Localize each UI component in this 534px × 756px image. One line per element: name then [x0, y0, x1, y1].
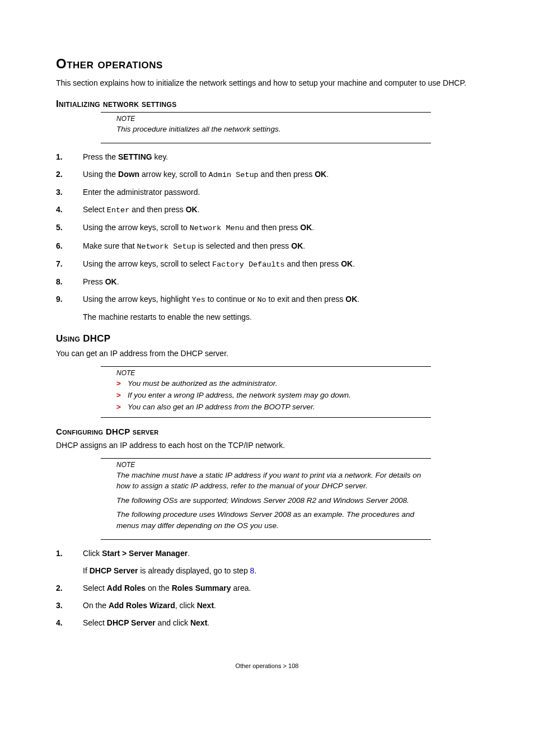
step-text: Click Start > Server Manager.	[83, 548, 478, 559]
step-number: 4.	[56, 617, 83, 629]
section-intro: You can get an IP address from the DHCP …	[56, 348, 478, 359]
step-number: 9.	[56, 293, 83, 305]
step-text: On the Add Roles Wizard, click Next.	[83, 600, 478, 612]
step-number: 8.	[56, 276, 83, 288]
step-text: Using the arrow keys, scroll to select F…	[83, 258, 478, 270]
heading-initializing: Initializing network settings	[56, 99, 478, 110]
step-item: 3. Enter the administrator password.	[56, 186, 478, 198]
step-number: 1.	[56, 151, 83, 163]
note-text: The following OSs are supported; Windows…	[116, 495, 431, 506]
note-text: The machine must have a static IP addres…	[116, 470, 431, 492]
step-item: 4. Select Enter and then press OK.	[56, 204, 478, 216]
step-number: 4.	[56, 204, 83, 216]
step-number: 7.	[56, 258, 83, 270]
step-number: 2.	[56, 169, 83, 180]
step-text: Press OK.	[83, 276, 478, 288]
step-substep: The machine restarts to enable the new s…	[83, 311, 478, 323]
step-text: Using the Down arrow key, scroll to Admi…	[83, 169, 478, 181]
step-text: Select Enter and then press OK.	[83, 204, 478, 216]
page-title: Other operations	[56, 56, 478, 72]
step-item: 8. Press OK.	[56, 276, 478, 288]
step-item: 9. Using the arrow keys, highlight Yes t…	[56, 293, 478, 306]
note-bullets: You must be authorized as the administra…	[116, 378, 431, 413]
step-item: 4. Select DHCP Server and click Next.	[56, 617, 478, 629]
step-number: 6.	[56, 240, 83, 252]
step-text: Select DHCP Server and click Next.	[83, 617, 478, 629]
step-text: Enter the administrator password.	[83, 186, 478, 198]
note-label: NOTE	[116, 461, 431, 469]
note-box: NOTE You must be authorized as the admin…	[101, 366, 431, 418]
note-label: NOTE	[116, 115, 431, 123]
step-number: 3.	[56, 600, 83, 612]
note-text: The following procedure uses Windows Ser…	[116, 509, 431, 531]
step-number: 3.	[56, 186, 83, 198]
note-text: This procedure initializes all the netwo…	[116, 124, 431, 135]
heading-configuring-dhcp: Configuring DHCP server	[56, 427, 478, 436]
step-text: Using the arrow keys, scroll to Network …	[83, 222, 478, 234]
step-text: Make sure that Network Setup is selected…	[83, 240, 478, 253]
step-substep: If DHCP Server is already displayed, go …	[83, 565, 478, 577]
intro-paragraph: This section explains how to initialize …	[56, 77, 478, 88]
step-item: 2. Select Add Roles on the Roles Summary…	[56, 582, 478, 594]
steps-list-dhcp: 1. Click Start > Server Manager.	[56, 548, 478, 559]
step-item: 6. Make sure that Network Setup is selec…	[56, 240, 478, 253]
page-footer: Other operations > 108	[56, 662, 478, 669]
note-box: NOTE This procedure initializes all the …	[101, 112, 431, 143]
step-number: 2.	[56, 582, 83, 594]
heading-using-dhcp: Using DHCP	[56, 333, 478, 344]
step-item: 7. Using the arrow keys, scroll to selec…	[56, 258, 478, 270]
step-item: 2. Using the Down arrow key, scroll to A…	[56, 169, 478, 181]
step-item: 5. Using the arrow keys, scroll to Netwo…	[56, 222, 478, 234]
step-item: 3. On the Add Roles Wizard, click Next.	[56, 600, 478, 612]
note-bullet: You can also get an IP address from the …	[116, 402, 431, 413]
note-box: NOTE The machine must have a static IP a…	[101, 458, 431, 540]
section-intro: DHCP assigns an IP address to each host …	[56, 440, 478, 451]
step-text: Press the SETTING key.	[83, 151, 478, 163]
step-item: 1. Click Start > Server Manager.	[56, 548, 478, 559]
step-text: Using the arrow keys, highlight Yes to c…	[83, 293, 478, 306]
steps-list-dhcp-cont: 2. Select Add Roles on the Roles Summary…	[56, 582, 478, 629]
steps-list-initializing: 1. Press the SETTING key. 2. Using the D…	[56, 151, 478, 306]
step-number: 5.	[56, 222, 83, 234]
step-number: 1.	[56, 548, 83, 559]
step-item: 1. Press the SETTING key.	[56, 151, 478, 163]
note-label: NOTE	[116, 369, 431, 377]
note-bullet: You must be authorized as the administra…	[116, 378, 431, 390]
step-text: Select Add Roles on the Roles Summary ar…	[83, 582, 478, 594]
note-bullet: If you enter a wrong IP address, the net…	[116, 390, 431, 402]
